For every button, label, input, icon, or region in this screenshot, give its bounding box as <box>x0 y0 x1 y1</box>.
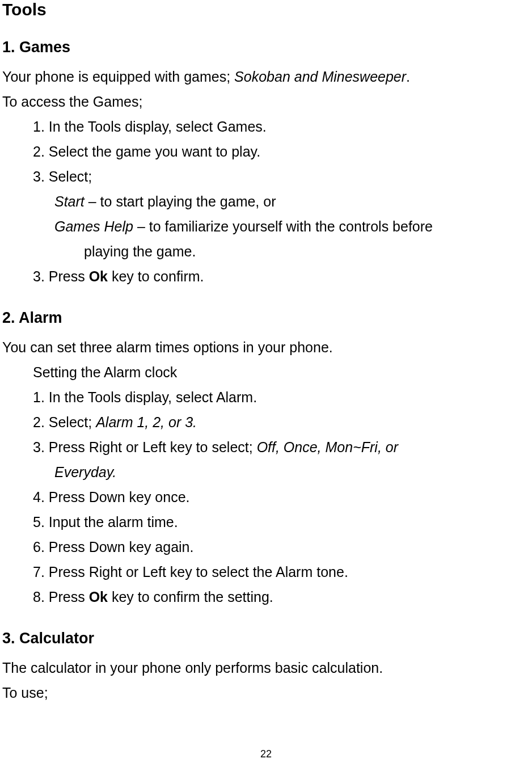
alarm-step-8-a: 8. Press <box>33 589 89 605</box>
alarm-step-3-b: Off, Once, Mon~Fri, or <box>257 439 398 455</box>
games-step-1: 1. In the Tools display, select Games. <box>0 115 532 138</box>
calculator-intro-1: The calculator in your phone only perfor… <box>0 656 532 679</box>
alarm-step-5: 5. Input the alarm time. <box>0 511 532 533</box>
page-title: Tools <box>0 0 532 19</box>
alarm-step-7: 7. Press Right or Left key to select the… <box>0 560 532 583</box>
alarm-step-1: 1. In the Tools display, select Alarm. <box>0 386 532 408</box>
games-sub-help: Games Help – to familiarize yourself wit… <box>0 215 532 238</box>
section-heading-alarm: 2. Alarm <box>0 309 532 327</box>
alarm-subhead: Setting the Alarm clock <box>0 361 532 384</box>
alarm-step-2-a: 2. Select; <box>33 414 96 430</box>
calculator-intro-2: To use; <box>0 681 532 704</box>
alarm-step-3: 3. Press Right or Left key to select; Of… <box>0 436 532 458</box>
games-step-4-c: key to confirm. <box>108 268 204 284</box>
page-number: 22 <box>0 748 532 760</box>
games-step-2: 2. Select the game you want to play. <box>0 140 532 163</box>
alarm-step-2: 2. Select; Alarm 1, 2, or 3. <box>0 411 532 433</box>
alarm-step-8-c: key to confirm the setting. <box>108 589 273 605</box>
games-sub-start: Start – to start playing the game, or <box>0 190 532 213</box>
games-step-4-a: 3. Press <box>33 268 89 284</box>
games-step-4: 3. Press Ok key to confirm. <box>0 265 532 288</box>
games-intro-line-1: Your phone is equipped with games; Sokob… <box>0 65 532 88</box>
games-sub-start-text: – to start playing the game, or <box>85 193 276 209</box>
section-heading-games: 1. Games <box>0 39 532 56</box>
games-sub-help-text: – to familiarize yourself with the contr… <box>133 218 433 234</box>
alarm-step-3-continue: Everyday. <box>0 461 532 483</box>
games-intro-italic: Sokoban and Minesweeper <box>234 69 406 85</box>
alarm-intro: You can set three alarm times options in… <box>0 336 532 359</box>
games-intro-text: Your phone is equipped with games; <box>2 69 234 85</box>
alarm-step-3-a: 3. Press Right or Left key to select; <box>33 439 257 455</box>
alarm-step-8: 8. Press Ok key to confirm the setting. <box>0 585 532 608</box>
games-sub-help-label: Games Help <box>54 218 133 234</box>
games-intro-line-2: To access the Games; <box>0 90 532 113</box>
games-step-3: 3. Select; <box>0 165 532 188</box>
alarm-step-4: 4. Press Down key once. <box>0 486 532 508</box>
section-heading-calculator: 3. Calculator <box>0 630 532 647</box>
alarm-step-2-b: Alarm 1, 2, or 3. <box>96 414 197 430</box>
games-intro-period: . <box>406 69 410 85</box>
games-step-4-ok: Ok <box>89 268 108 284</box>
alarm-step-8-ok: Ok <box>89 589 108 605</box>
games-sub-help-continue: playing the game. <box>0 240 532 263</box>
games-sub-start-label: Start <box>54 193 85 209</box>
alarm-step-6: 6. Press Down key again. <box>0 536 532 558</box>
